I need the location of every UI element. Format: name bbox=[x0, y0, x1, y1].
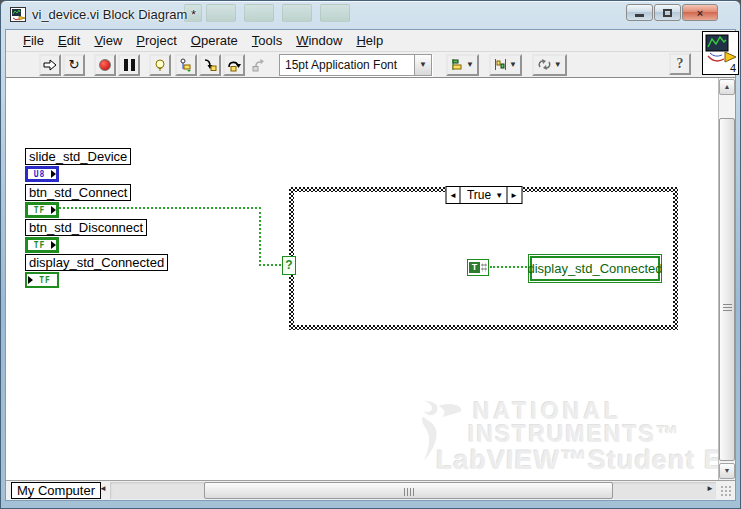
scroll-right-icon[interactable]: ► bbox=[706, 484, 714, 493]
scroll-down-icon: ▼ bbox=[724, 467, 731, 474]
step-over-icon bbox=[227, 58, 241, 72]
control-arrow-icon bbox=[51, 170, 56, 178]
background-window-artifact bbox=[282, 4, 312, 22]
case-previous-icon[interactable]: ◄ bbox=[446, 187, 461, 203]
reorder-dropdown-arrow-icon: ▼ bbox=[554, 60, 562, 69]
menu-tools[interactable]: Tools bbox=[245, 31, 289, 50]
step-out-icon bbox=[251, 58, 265, 72]
boolean-wire[interactable] bbox=[259, 207, 261, 266]
step-over-button[interactable] bbox=[223, 54, 245, 76]
boolean-wire[interactable] bbox=[59, 207, 261, 209]
maximize-button[interactable] bbox=[654, 4, 681, 21]
titlebar[interactable]: vi_device.vi Block Diagram * × bbox=[1, 1, 740, 29]
step-out-button[interactable] bbox=[247, 54, 269, 76]
help-icon: ? bbox=[677, 56, 684, 71]
terminal-label[interactable]: slide_std_Device bbox=[25, 148, 131, 165]
pause-button[interactable] bbox=[118, 54, 140, 76]
execution-target[interactable]: My Computer bbox=[11, 482, 101, 499]
run-continuous-icon: ↻ bbox=[69, 57, 80, 72]
boolean-wire[interactable] bbox=[490, 266, 527, 268]
run-icon bbox=[43, 58, 57, 72]
window-resize-grip[interactable] bbox=[720, 485, 733, 498]
menu-project[interactable]: Project bbox=[129, 31, 183, 50]
toolbar: ↻ bbox=[6, 52, 735, 78]
case-selector-value: True bbox=[461, 188, 495, 202]
status-bar: My Computer ◄ ► bbox=[6, 480, 735, 500]
close-button[interactable]: × bbox=[682, 4, 718, 21]
terminal-display-std-connected[interactable]: TF bbox=[25, 272, 59, 288]
retain-wire-values-button[interactable] bbox=[175, 54, 197, 76]
terminal-label[interactable]: btn_std_Disconnect bbox=[25, 219, 147, 236]
background-window-artifact bbox=[244, 4, 274, 22]
labview-block-diagram-window: vi_device.vi Block Diagram * × File Edit… bbox=[0, 0, 741, 509]
watermark-instruments: INSTRUMENTS™ bbox=[468, 421, 681, 448]
menu-operate[interactable]: Operate bbox=[184, 31, 245, 50]
step-into-icon bbox=[203, 58, 217, 72]
menu-file[interactable]: File bbox=[16, 31, 51, 50]
horizontal-scrollbar-thumb[interactable] bbox=[204, 482, 613, 499]
abort-button[interactable] bbox=[94, 54, 116, 76]
watermark-labview-student-edition: LabVIEW™Student Edition bbox=[435, 445, 735, 476]
background-window-artifact bbox=[206, 4, 236, 22]
case-next-icon[interactable]: ► bbox=[506, 187, 521, 203]
case-selector-label[interactable]: ◄ True ▼ ► bbox=[445, 186, 522, 204]
terminal-btn-std-disconnect[interactable]: TF bbox=[25, 237, 59, 253]
scroll-up-icon: ▲ bbox=[724, 83, 731, 90]
control-arrow-icon bbox=[51, 241, 56, 249]
menu-edit[interactable]: Edit bbox=[51, 31, 87, 50]
abort-icon bbox=[99, 59, 111, 71]
maximize-icon bbox=[663, 9, 672, 17]
scroll-left-icon[interactable]: ◄ bbox=[99, 484, 107, 493]
close-icon: × bbox=[697, 7, 703, 19]
distribute-objects-button[interactable]: ▼ bbox=[489, 54, 522, 76]
scrollbar-grip bbox=[404, 488, 414, 496]
vi-icon-pane[interactable]: 4 bbox=[702, 31, 739, 75]
terminal-label[interactable]: btn_std_Connect bbox=[25, 184, 131, 201]
menu-window[interactable]: Window bbox=[289, 31, 349, 50]
vi-icon-badge: 4 bbox=[730, 62, 736, 74]
control-arrow-icon bbox=[51, 206, 56, 214]
font-dropdown-arrow-icon[interactable]: ▼ bbox=[414, 55, 431, 75]
run-continuous-button[interactable]: ↻ bbox=[63, 54, 85, 76]
retain-wire-values-icon bbox=[179, 58, 193, 72]
menu-help[interactable]: Help bbox=[349, 31, 390, 50]
boolean-true-constant[interactable]: T bbox=[467, 259, 489, 276]
window-title: vi_device.vi Block Diagram * bbox=[32, 7, 196, 22]
scrollbar-grip bbox=[723, 304, 732, 312]
scroll-down-button[interactable]: ▼ bbox=[719, 463, 735, 479]
scroll-up-button[interactable]: ▲ bbox=[719, 79, 735, 95]
vertical-scrollbar-thumb[interactable] bbox=[719, 118, 735, 461]
reorder-button[interactable]: ▼ bbox=[532, 54, 567, 76]
font-selector[interactable]: 15pt Application Font ▼ bbox=[279, 54, 432, 76]
terminal-btn-std-connect[interactable]: TF bbox=[25, 202, 59, 218]
local-variable-display-std-connected[interactable]: display_std_Connected bbox=[528, 254, 662, 283]
block-diagram-canvas[interactable]: slide_std_Device U8 btn_std_Connect TF b… bbox=[6, 78, 735, 480]
menu-view[interactable]: View bbox=[87, 31, 129, 50]
pause-icon bbox=[124, 59, 135, 71]
background-window-artifact bbox=[320, 4, 350, 22]
constant-glyph bbox=[481, 263, 487, 272]
minimize-button[interactable] bbox=[626, 4, 653, 21]
client-area: File Edit View Project Operate Tools Win… bbox=[5, 29, 736, 501]
true-constant-value: T bbox=[469, 262, 480, 273]
run-button[interactable] bbox=[39, 54, 61, 76]
case-selector-tunnel[interactable]: ? bbox=[282, 256, 296, 275]
menu-bar: File Edit View Project Operate Tools Win… bbox=[6, 30, 735, 52]
distribute-objects-icon bbox=[494, 58, 507, 71]
align-objects-button[interactable]: ▼ bbox=[446, 54, 479, 76]
align-objects-icon bbox=[451, 58, 464, 71]
labview-vi-icon bbox=[10, 7, 27, 23]
step-into-button[interactable] bbox=[199, 54, 221, 76]
font-selector-value: 15pt Application Font bbox=[280, 55, 414, 75]
highlight-execution-button[interactable] bbox=[149, 54, 171, 76]
terminal-label[interactable]: display_std_Connected bbox=[25, 254, 168, 271]
terminal-slide-std-device[interactable]: U8 bbox=[25, 166, 59, 182]
distribute-dropdown-arrow-icon: ▼ bbox=[509, 60, 517, 69]
reorder-icon bbox=[537, 58, 552, 71]
help-button[interactable]: ? bbox=[669, 53, 691, 75]
case-dropdown-icon[interactable]: ▼ bbox=[495, 191, 506, 200]
minimize-icon bbox=[635, 14, 644, 17]
vertical-scrollbar[interactable]: ▲ ▼ bbox=[718, 78, 735, 480]
align-dropdown-arrow-icon: ▼ bbox=[466, 60, 474, 69]
light-bulb-icon bbox=[153, 58, 167, 72]
